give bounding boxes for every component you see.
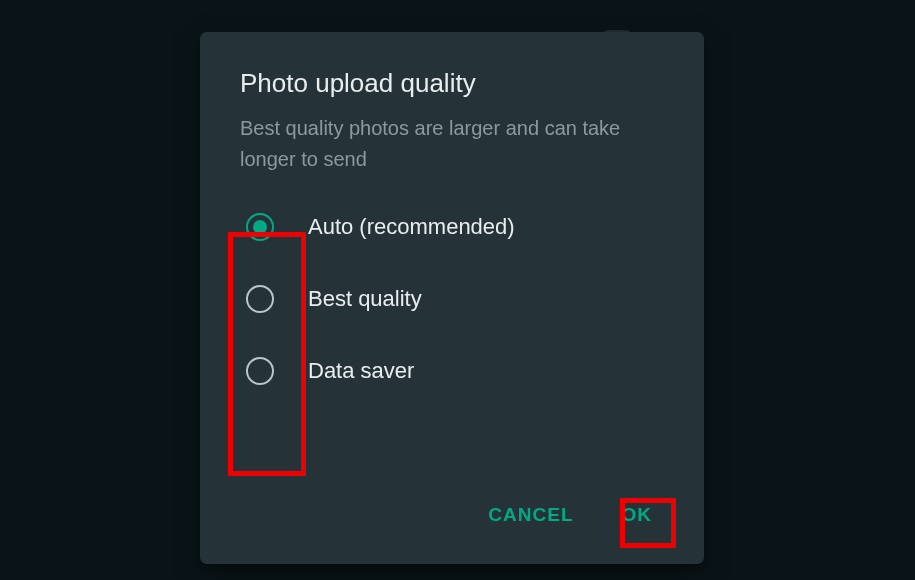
- radio-options-group: Auto (recommended) Best quality Data sav…: [240, 213, 664, 498]
- dialog-title: Photo upload quality: [240, 68, 664, 99]
- option-best-quality[interactable]: Best quality: [246, 285, 664, 313]
- option-label: Auto (recommended): [308, 214, 515, 240]
- radio-button-unselected-icon: [246, 285, 274, 313]
- option-label: Data saver: [308, 358, 414, 384]
- radio-button-unselected-icon: [246, 357, 274, 385]
- option-label: Best quality: [308, 286, 422, 312]
- ok-button[interactable]: OK: [618, 498, 657, 532]
- dialog-actions: CANCEL OK: [240, 498, 664, 540]
- cancel-button[interactable]: CANCEL: [484, 498, 577, 532]
- dialog-subtitle: Best quality photos are larger and can t…: [240, 113, 664, 175]
- radio-button-selected-icon: [246, 213, 274, 241]
- option-data-saver[interactable]: Data saver: [246, 357, 664, 385]
- option-auto[interactable]: Auto (recommended): [246, 213, 664, 241]
- photo-upload-quality-dialog: Photo upload quality Best quality photos…: [200, 32, 704, 564]
